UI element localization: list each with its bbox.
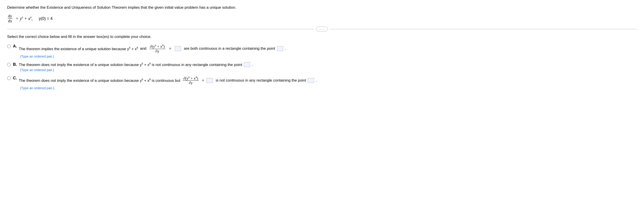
option-b-point-box[interactable] xyxy=(244,62,250,67)
equation-block: dy dx = y6 + x8, y(0) = 4 xyxy=(7,14,637,23)
option-a-label: A. xyxy=(13,44,17,49)
option-b-period: . xyxy=(252,62,253,67)
option-b-prefix: The theorem does not imply the existence… xyxy=(19,62,242,67)
divider: ..... xyxy=(7,26,637,31)
option-a-text: The theorem implies the existence of a u… xyxy=(19,44,286,53)
option-b-radio[interactable] xyxy=(7,63,11,66)
divider-dots: ..... xyxy=(316,26,328,31)
option-a: A. The theorem implies the existence of … xyxy=(7,44,637,58)
initial-condition: y(0) = 4 xyxy=(39,16,53,21)
option-a-content: A. The theorem implies the existence of … xyxy=(13,44,286,58)
option-b-content: B. The theorem does not imply the existe… xyxy=(13,62,253,72)
option-c-label: C. xyxy=(13,76,17,81)
option-a-period: . xyxy=(285,46,286,51)
option-a-label-row: A. The theorem implies the existence of … xyxy=(13,44,286,53)
option-c: C. The theorem does not imply the existe… xyxy=(7,76,637,90)
option-c-answer-box[interactable] xyxy=(206,78,213,83)
option-c-partial-frac: ∂(y6 + x8) ∂y xyxy=(183,76,199,85)
option-b-text: The theorem does not imply the existence… xyxy=(19,62,253,67)
option-b-label: B. xyxy=(13,62,17,67)
dx-denominator: dx xyxy=(8,19,12,23)
option-c-content: C. The theorem does not imply the existe… xyxy=(13,76,317,90)
option-a-suffix: are both continuous in a rectangle conta… xyxy=(183,46,275,51)
option-a-answer-box[interactable] xyxy=(175,46,181,51)
equation-lhs: dy dx xyxy=(7,14,13,23)
option-a-radio[interactable] xyxy=(7,45,11,48)
problem-statement: Determine whether the Existence and Uniq… xyxy=(7,5,637,10)
option-c-point-box[interactable] xyxy=(308,78,314,83)
option-a-and: and xyxy=(140,46,146,51)
option-a-type-hint[interactable]: (Type an ordered pair.) xyxy=(20,54,286,58)
equation-rhs: = y6 + x8, xyxy=(16,16,33,21)
option-c-radio[interactable] xyxy=(7,77,11,80)
option-c-label-row: C. The theorem does not imply the existe… xyxy=(13,76,317,85)
option-c-text: The theorem does not imply the existence… xyxy=(19,76,317,85)
instruction-text: Select the correct choice below and fill… xyxy=(7,35,637,39)
options-container: A. The theorem implies the existence of … xyxy=(7,44,637,90)
option-c-period: . xyxy=(316,78,317,83)
option-c-type-hint[interactable]: (Type an ordered pair.), xyxy=(20,86,317,90)
option-a-partial-frac: ∂(y6 + x8) ∂y xyxy=(149,44,166,53)
option-a-prefix: The theorem implies the existence of a u… xyxy=(19,46,138,51)
option-b-label-row: B. The theorem does not imply the existe… xyxy=(13,62,253,67)
option-b-type-hint[interactable]: (Type an ordered pair.) xyxy=(20,68,253,72)
option-c-suffix: is not continuous in any rectangle conta… xyxy=(214,78,306,83)
option-b: B. The theorem does not imply the existe… xyxy=(7,62,637,72)
dy-numerator: dy xyxy=(8,14,12,19)
option-a-equals: = xyxy=(168,46,172,51)
option-a-point-box[interactable] xyxy=(277,46,283,51)
option-c-equals: = xyxy=(202,78,204,83)
option-c-prefix: The theorem does not imply the existence… xyxy=(19,78,180,83)
